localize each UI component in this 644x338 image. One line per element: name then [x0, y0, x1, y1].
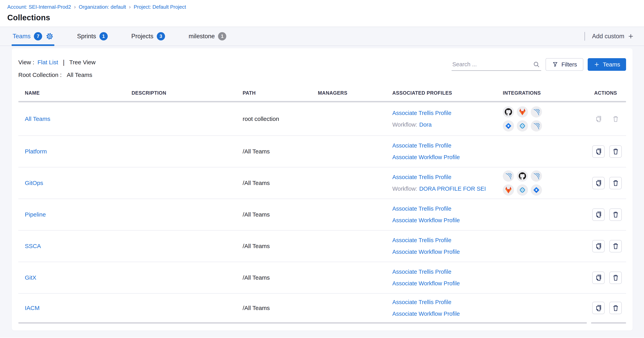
add-custom-button[interactable]: Add custom: [591, 33, 635, 40]
integration-jira-icon: [503, 120, 514, 131]
tab-milestone[interactable]: milestone 1: [189, 27, 226, 46]
cell-path: /All Teams: [236, 148, 311, 155]
tab-count-badge: 1: [218, 32, 226, 40]
cell-actions: [588, 209, 626, 221]
breadcrumb-project-link[interactable]: Project: Default Project: [134, 4, 186, 10]
associate-profile-link[interactable]: Associate Trellis Profile: [392, 237, 452, 243]
tab-label: Teams: [12, 33, 30, 40]
column-header-name: NAME: [18, 90, 125, 96]
tab-sprints[interactable]: Sprints 1: [77, 27, 108, 46]
cell-associated-profiles: Associate Trellis ProfileAssociate Workf…: [386, 299, 496, 317]
workflow-profile-link[interactable]: Dora: [419, 121, 432, 128]
cell-actions: [588, 240, 626, 252]
collection-name-link[interactable]: GitX: [25, 274, 36, 281]
cell-associated-profiles: Associate Trellis ProfileWorkflow:DORA P…: [386, 174, 496, 192]
copy-icon: [594, 273, 603, 282]
tab-count-badge: 3: [157, 32, 165, 40]
copy-icon: [594, 210, 603, 219]
associate-profile-link[interactable]: Associate Trellis Profile: [392, 269, 452, 275]
trash-icon: [612, 147, 620, 155]
trash-icon: [612, 273, 620, 282]
column-header-path: PATH: [236, 90, 311, 96]
toolbar: View : Flat List | Tree View Root Collec…: [18, 48, 626, 78]
search-input[interactable]: [452, 61, 541, 68]
divider: [18, 322, 587, 324]
column-header-description: DESCRIPTION: [125, 90, 236, 96]
delete-collection-button[interactable]: [609, 302, 622, 314]
profile-line: Associate Trellis Profile: [392, 142, 496, 149]
copy-collection-button[interactable]: [592, 177, 604, 189]
collection-name-link[interactable]: IACM: [25, 305, 40, 311]
profile-line: Associate Workflow Profile: [392, 311, 496, 317]
column-header-integrations: INTEGRATIONS: [496, 90, 588, 96]
copy-collection-button[interactable]: [592, 272, 604, 284]
associate-profile-link[interactable]: Associate Trellis Profile: [392, 110, 452, 116]
header-divider: [18, 101, 626, 102]
workflow-profile-link[interactable]: DORA PROFILE FOR SEI: [419, 186, 486, 192]
collection-name-link[interactable]: Platform: [25, 148, 47, 155]
copy-collection-button[interactable]: [592, 209, 604, 221]
collection-name-link[interactable]: Pipeline: [25, 211, 46, 218]
cell-path: /All Teams: [236, 211, 311, 218]
associate-profile-link[interactable]: Associate Workflow Profile: [392, 249, 460, 255]
profile-line: Associate Trellis Profile: [392, 299, 496, 305]
delete-collection-button[interactable]: [609, 145, 622, 158]
profile-line: Associate Workflow Profile: [392, 280, 496, 287]
tree-view-option[interactable]: Tree View: [69, 59, 96, 66]
copy-collection-button[interactable]: [592, 302, 604, 314]
copy-collection-button: [592, 113, 604, 125]
cell-integrations: [503, 106, 543, 131]
cell-path: /All Teams: [236, 180, 311, 186]
associate-profile-link[interactable]: Associate Trellis Profile: [392, 206, 452, 212]
content-area: Teams 7 Sprints 1 Projects 3 milestone 1: [0, 27, 644, 337]
breadcrumb-account-link[interactable]: Account: SEI-Internal-Prod2: [7, 4, 71, 10]
teams-settings-gear-icon[interactable]: [46, 33, 53, 40]
copy-icon: [594, 304, 603, 312]
delete-collection-button[interactable]: [609, 177, 622, 189]
collection-name-link[interactable]: SSCA: [25, 243, 41, 249]
cell-associated-profiles: Associate Trellis ProfileAssociate Workf…: [386, 206, 496, 224]
associate-profile-link[interactable]: Associate Workflow Profile: [392, 154, 460, 160]
associate-profile-link[interactable]: Associate Trellis Profile: [392, 174, 452, 180]
table-row: All Teams root collection Associate Trel…: [18, 102, 626, 136]
workflow-label: Workflow:: [392, 121, 417, 128]
add-teams-button[interactable]: Teams: [588, 58, 626, 71]
filters-button[interactable]: Filters: [546, 58, 583, 71]
associate-profile-link[interactable]: Associate Workflow Profile: [392, 280, 460, 286]
breadcrumb-separator-icon: ›: [74, 4, 76, 10]
profile-line: Workflow:DORA PROFILE FOR SEI: [392, 186, 496, 192]
tab-count-badge: 7: [34, 32, 42, 40]
delete-collection-button[interactable]: [609, 240, 622, 252]
trash-icon: [612, 304, 620, 312]
page-header: Account: SEI-Internal-Prod2 › Organizati…: [0, 0, 644, 27]
cell-associated-profiles: Associate Trellis ProfileAssociate Workf…: [386, 142, 496, 160]
collection-name-link[interactable]: GitOps: [25, 180, 43, 186]
integration-github-icon: [503, 106, 514, 117]
profile-line: Associate Trellis Profile: [392, 237, 496, 244]
integration-github-icon: [517, 171, 528, 182]
collection-name-link[interactable]: All Teams: [25, 116, 50, 122]
copy-collection-button[interactable]: [592, 240, 604, 252]
delete-collection-button[interactable]: [609, 272, 622, 284]
column-header-actions: ACTIONS: [588, 90, 626, 96]
flat-list-option[interactable]: Flat List: [38, 59, 58, 66]
column-header-managers: MANAGERS: [311, 90, 386, 96]
breadcrumb-organization-link[interactable]: Organization: default: [79, 4, 126, 10]
tab-teams[interactable]: Teams 7: [12, 27, 53, 46]
delete-collection-button[interactable]: [609, 209, 622, 221]
associate-profile-link[interactable]: Associate Workflow Profile: [392, 311, 460, 317]
associate-profile-link[interactable]: Associate Trellis Profile: [392, 142, 452, 149]
integration-diamond-grid-icon: [517, 120, 528, 131]
associate-profile-link[interactable]: Associate Workflow Profile: [392, 217, 460, 223]
integration-gitlab-icon: [517, 106, 528, 117]
associate-profile-link[interactable]: Associate Trellis Profile: [392, 299, 452, 305]
tab-projects[interactable]: Projects 3: [131, 27, 165, 46]
integration-jira-icon: [531, 184, 542, 196]
cell-path: /All Teams: [236, 274, 311, 281]
cell-actions: [588, 302, 626, 314]
profile-line: Associate Trellis Profile: [392, 110, 496, 116]
copy-collection-button[interactable]: [592, 145, 604, 158]
integration-harness-icon: [531, 106, 542, 117]
integration-harness-icon: [531, 120, 542, 131]
table-body: All Teams root collection Associate Trel…: [18, 102, 626, 322]
